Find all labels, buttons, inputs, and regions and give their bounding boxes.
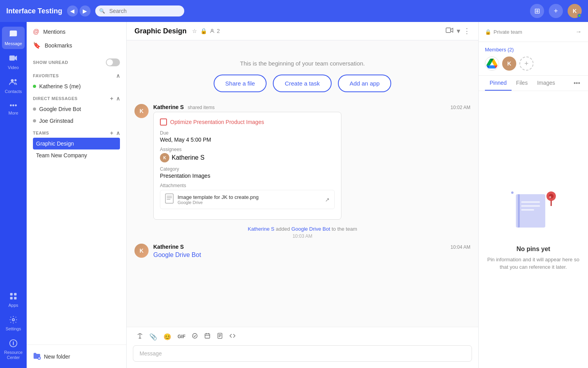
task-due-label: Due xyxy=(160,130,335,136)
svg-rect-13 xyxy=(165,194,173,203)
main-layout: Message Video Contacts xyxy=(0,22,588,368)
system-actor-link[interactable]: Katherine S xyxy=(248,226,274,232)
show-unread-toggle[interactable] xyxy=(106,58,120,66)
svg-rect-18 xyxy=(518,194,520,228)
task-assignee-avatar: K xyxy=(160,153,169,162)
sidebar-item-contacts[interactable]: Contacts xyxy=(2,75,25,97)
teams-collapse-icon[interactable]: ∧ xyxy=(116,130,120,136)
attachment-name: Image template for JK to create.png xyxy=(178,194,321,200)
add-button[interactable]: + xyxy=(549,4,563,18)
new-folder-item[interactable]: New folder xyxy=(33,350,120,363)
sidebar-item-resource-center[interactable]: Resource Center xyxy=(2,336,25,363)
icon-sidebar: Message Video Contacts xyxy=(0,22,27,368)
tab-pinned-label: Pinned xyxy=(490,80,507,86)
system-message: Katherine S added Google Drive Bot to th… xyxy=(134,226,470,232)
video-call-icon[interactable] xyxy=(446,27,454,35)
message-author: Katherine S xyxy=(153,104,184,110)
left-panel: @ Mentions 🔖 Bookmarks SHOW UNREAD FAVOR… xyxy=(27,22,127,368)
search-wrap xyxy=(95,5,260,16)
system-suffix-text: to the team xyxy=(332,226,357,232)
star-icon[interactable]: ☆ xyxy=(192,28,197,34)
attachment-external-link-icon[interactable]: ↗ xyxy=(325,197,330,203)
gif-button[interactable]: GIF xyxy=(175,331,188,342)
attach-button[interactable]: 📎 xyxy=(147,331,160,342)
messages-area[interactable]: This is the beginning of your team conve… xyxy=(127,40,478,327)
teams-header: TEAMS + ∧ xyxy=(27,127,126,138)
mentions-icon: @ xyxy=(33,28,39,35)
pin-illustration xyxy=(508,188,559,239)
user-avatar-wrap[interactable]: K xyxy=(568,4,582,18)
add-direct-message-icon[interactable]: + xyxy=(110,95,114,102)
favorites-katherine[interactable]: Katherine S (me) xyxy=(27,80,126,92)
google-drive-bot-item[interactable]: Google Drive Bot xyxy=(27,103,126,115)
right-panel-close-button[interactable]: → xyxy=(575,28,582,35)
system-target-link[interactable]: Google Drive Bot xyxy=(291,226,330,232)
sidebar-item-contacts-label: Contacts xyxy=(5,89,22,94)
tab-pinned[interactable]: Pinned xyxy=(485,76,512,91)
channel-header-icons: ☆ 🔒 2 xyxy=(192,28,220,34)
system-message-time: 10:03 AM xyxy=(134,233,470,239)
katherine-member-avatar: K xyxy=(502,56,516,71)
sidebar-item-settings[interactable]: Settings xyxy=(2,312,25,334)
apps-grid-button[interactable]: ⊞ xyxy=(530,4,544,18)
forward-button[interactable]: ▶ xyxy=(80,5,91,16)
add-member-button[interactable]: + xyxy=(519,56,534,71)
add-team-icon[interactable]: + xyxy=(110,130,114,136)
sidebar-item-apps[interactable]: Apps xyxy=(2,289,25,311)
tab-files[interactable]: Files xyxy=(512,76,533,91)
sidebar-item-more-label: More xyxy=(8,111,18,115)
direct-messages-header: DIRECT MESSAGES + ∧ xyxy=(27,92,126,103)
team-new-company-item[interactable]: Team New Company xyxy=(27,149,126,161)
bookmarks-item[interactable]: 🔖 Bookmarks xyxy=(27,38,126,52)
message-input[interactable] xyxy=(133,345,472,362)
pushpin-illustration-icon xyxy=(543,190,559,206)
sidebar-item-apps-label: Apps xyxy=(8,303,18,308)
graphic-design-team-item[interactable]: Graphic Design xyxy=(33,138,120,149)
sidebar-item-message[interactable]: Message xyxy=(2,27,25,49)
calendar-button[interactable] xyxy=(202,331,213,342)
tab-images[interactable]: Images xyxy=(532,76,560,91)
format-button[interactable] xyxy=(134,331,145,342)
google-bot-mention[interactable]: Google Drive Bot xyxy=(153,251,201,258)
direct-messages-collapse-icon[interactable]: ∧ xyxy=(116,95,120,102)
mentions-item[interactable]: @ Mentions xyxy=(27,25,126,38)
private-team-text: Private team xyxy=(494,29,522,35)
svg-rect-7 xyxy=(14,297,16,299)
members-count: 2 xyxy=(210,28,220,34)
google-drive-bot-status-dot xyxy=(33,107,36,111)
task-checkbox[interactable] xyxy=(160,118,167,126)
mentions-bookmarks-section: @ Mentions 🔖 Bookmarks xyxy=(27,22,126,55)
notes-button[interactable] xyxy=(214,331,225,342)
attachment-info: Image template for JK to create.png Goog… xyxy=(178,194,321,205)
attachment-row: Image template for JK to create.png Goog… xyxy=(160,190,335,209)
add-app-button[interactable]: Add an app xyxy=(338,75,392,92)
katherine-status-dot xyxy=(33,85,36,88)
video-dropdown-icon[interactable]: ▾ xyxy=(457,27,460,35)
second-message-author: Katherine S xyxy=(153,244,184,250)
sidebar-item-video[interactable]: Video xyxy=(2,51,25,73)
direct-messages-label: DIRECT MESSAGES xyxy=(33,96,78,101)
channel-header: Graphic Design ☆ 🔒 2 ▾ ⋮ xyxy=(127,22,478,40)
search-input[interactable] xyxy=(95,5,184,16)
emoji-button[interactable]: 😊 xyxy=(161,331,174,342)
joe-grinstead-item[interactable]: Joe Grinstead xyxy=(27,115,126,127)
share-file-button[interactable]: Share a file xyxy=(214,75,267,92)
more-options-icon[interactable]: ⋮ xyxy=(463,27,470,35)
avatar-online-status xyxy=(577,14,581,18)
video-icon xyxy=(9,54,18,64)
decoration-dot-1 xyxy=(511,191,514,194)
team-new-company-name: Team New Company xyxy=(36,152,87,158)
favorites-collapse-icon[interactable]: ∧ xyxy=(116,73,120,79)
sidebar-item-more[interactable]: ••• More xyxy=(2,98,25,118)
code-button[interactable] xyxy=(227,331,238,342)
lock-small-icon: 🔒 xyxy=(485,29,491,35)
task-button[interactable] xyxy=(189,331,200,342)
back-button[interactable]: ◀ xyxy=(67,5,78,16)
teams-list: Graphic Design xyxy=(27,138,126,149)
tabs-more-button[interactable]: ••• xyxy=(572,76,582,91)
create-task-button[interactable]: Create a task xyxy=(273,75,331,92)
task-due-field: Due Wed, May 4 5:00 PM xyxy=(160,130,335,143)
system-action-text: added xyxy=(276,226,292,232)
favorites-label: FAVORITES xyxy=(33,73,59,78)
sidebar-bottom: Apps Settings Resource C xyxy=(2,289,25,363)
